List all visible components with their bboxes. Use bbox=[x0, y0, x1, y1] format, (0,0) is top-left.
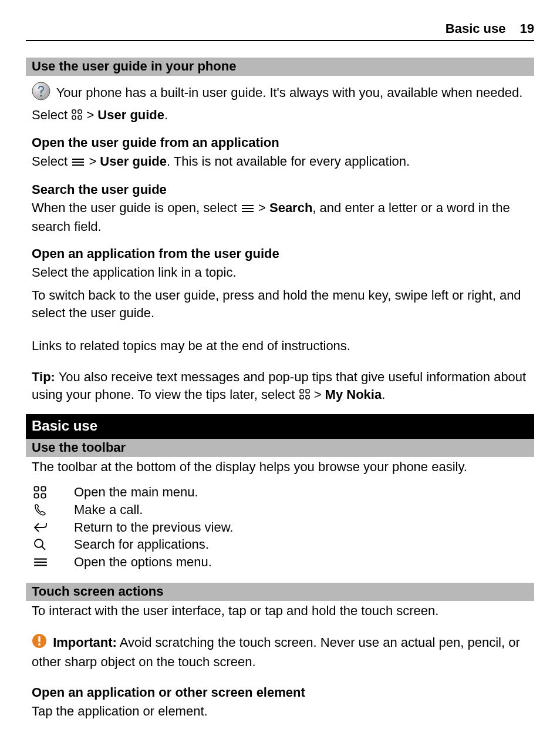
intro-paragraph: Your phone has a built-in user guide. It… bbox=[32, 82, 528, 105]
search-icon bbox=[32, 538, 74, 552]
section-bar-toolbar: Use the toolbar bbox=[26, 439, 534, 457]
back-arrow-icon bbox=[32, 521, 74, 534]
svg-rect-3 bbox=[78, 110, 82, 113]
phone-icon bbox=[32, 503, 74, 517]
warning-icon bbox=[32, 633, 47, 653]
tip-mid: > bbox=[311, 387, 325, 402]
intro-text: Your phone has a built-in user guide. It… bbox=[56, 85, 523, 100]
toolbar-body: The toolbar at the bottom of the display… bbox=[26, 458, 534, 571]
select-end: . bbox=[164, 108, 168, 122]
search-guide-para: When the user guide is open, select > Se… bbox=[32, 199, 528, 235]
toolbar-intro: The toolbar at the bottom of the display… bbox=[32, 458, 528, 476]
section-bar-basic-use-black: Basic use bbox=[26, 414, 534, 439]
toolbar-label: Make a call. bbox=[74, 501, 143, 519]
header-page-number: 19 bbox=[520, 21, 534, 36]
select-pre: Select bbox=[32, 108, 71, 122]
text-bold: User guide bbox=[100, 154, 167, 169]
tip-label: Tip: bbox=[32, 370, 55, 384]
subhead-open-element: Open an application or other screen elem… bbox=[32, 684, 528, 701]
svg-rect-5 bbox=[78, 116, 82, 119]
select-bold: User guide bbox=[97, 108, 164, 122]
section-bar-touch: Touch screen actions bbox=[26, 583, 534, 601]
svg-rect-15 bbox=[306, 395, 309, 399]
subhead-open-app-from-guide: Open an application from the user guide bbox=[32, 245, 528, 263]
tip-pre: You also receive text messages and pop-u… bbox=[32, 370, 526, 402]
subhead-search-guide: Search the user guide bbox=[32, 181, 528, 199]
toolbar-label: Open the main menu. bbox=[74, 483, 198, 501]
section-bar-user-guide: Use the user guide in your phone bbox=[26, 58, 534, 76]
toolbar-row-search: Search for applications. bbox=[32, 536, 528, 553]
toolbar-label: Open the options menu. bbox=[74, 553, 212, 571]
subhead-open-from-app: Open the user guide from an application bbox=[32, 134, 528, 152]
options-icon bbox=[32, 557, 74, 567]
svg-point-1 bbox=[40, 95, 42, 97]
open-app-p2: To switch back to the user guide, press … bbox=[32, 287, 528, 321]
toolbar-row-options: Open the options menu. bbox=[32, 553, 528, 571]
svg-rect-2 bbox=[72, 110, 76, 113]
open-element-para: Tap the application or element. bbox=[32, 703, 528, 720]
related-links-para: Links to related topics may be at the en… bbox=[32, 337, 528, 355]
help-icon bbox=[32, 82, 50, 105]
svg-rect-13 bbox=[306, 389, 309, 393]
text-bold: Search bbox=[269, 200, 312, 215]
toolbar-row-menu: Open the main menu. bbox=[32, 483, 528, 501]
grid-icon bbox=[299, 387, 311, 405]
toolbar-row-call: Make a call. bbox=[32, 501, 528, 519]
toolbar-row-back: Return to the previous view. bbox=[32, 519, 528, 536]
header-title: Basic use bbox=[446, 21, 506, 36]
toolbar-label: Return to the previous view. bbox=[74, 519, 233, 536]
page: Basic use 19 Use the user guide in your … bbox=[0, 0, 560, 739]
page-header: Basic use 19 bbox=[26, 21, 534, 41]
select-mid: > bbox=[83, 108, 97, 122]
important-paragraph: Important: Avoid scratching the touch sc… bbox=[32, 633, 528, 670]
options-icon bbox=[71, 154, 85, 172]
touch-intro: To interact with the user interface, tap… bbox=[32, 602, 528, 620]
svg-rect-18 bbox=[34, 494, 38, 498]
toolbar-label: Search for applications. bbox=[74, 536, 209, 553]
svg-rect-14 bbox=[300, 395, 303, 399]
svg-point-27 bbox=[38, 643, 41, 646]
text-pre: Select bbox=[32, 154, 71, 169]
svg-point-20 bbox=[35, 539, 43, 547]
options-icon bbox=[241, 200, 255, 218]
svg-rect-17 bbox=[41, 487, 45, 491]
text-pre: When the user guide is open, select bbox=[32, 200, 241, 215]
svg-line-21 bbox=[42, 546, 45, 550]
tip-paragraph: Tip: You also receive text messages and … bbox=[32, 368, 528, 404]
open-from-app-para: Select > User guide. This is not availab… bbox=[32, 153, 528, 172]
text-post: . This is not available for every applic… bbox=[167, 154, 410, 169]
svg-rect-4 bbox=[72, 116, 76, 119]
tip-bold: My Nokia bbox=[325, 387, 382, 402]
touch-body: To interact with the user interface, tap… bbox=[26, 602, 534, 720]
tip-end: . bbox=[382, 387, 385, 402]
important-label: Important: bbox=[53, 635, 117, 650]
grid-icon bbox=[32, 485, 74, 499]
text-mid: > bbox=[255, 200, 269, 215]
intro-select-line: Select > User guide. bbox=[32, 106, 528, 125]
open-app-p1: Select the application link in a topic. bbox=[32, 264, 528, 281]
svg-rect-16 bbox=[34, 487, 38, 491]
text-mid: > bbox=[85, 154, 100, 169]
svg-rect-26 bbox=[38, 636, 40, 642]
section-user-guide-body: Your phone has a built-in user guide. It… bbox=[26, 82, 534, 405]
grid-icon bbox=[71, 108, 83, 125]
svg-rect-12 bbox=[300, 389, 303, 393]
svg-rect-19 bbox=[41, 494, 45, 498]
